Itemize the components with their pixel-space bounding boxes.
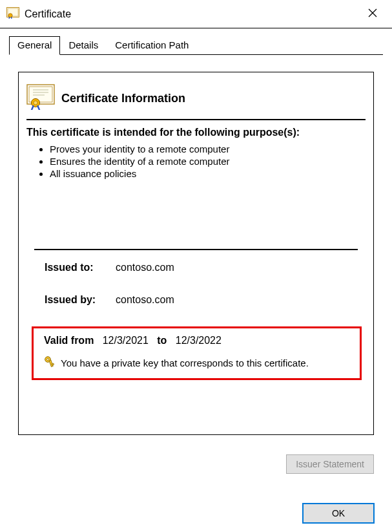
issued-to-row: Issued to: contoso.com <box>45 262 358 273</box>
titlebar: Certificate <box>0 0 392 28</box>
issued-to-label: Issued to: <box>45 262 109 273</box>
private-key-note: You have a private key that corresponds … <box>61 357 309 368</box>
tab-general[interactable]: General <box>9 36 60 55</box>
issued-by-label: Issued by: <box>45 294 109 306</box>
issued-to-value: contoso.com <box>116 262 174 273</box>
purpose-item: Proves your identity to a remote compute… <box>50 144 366 154</box>
valid-from-value: 12/3/2021 <box>103 335 149 346</box>
ok-button-label: OK <box>332 508 345 518</box>
divider-middle <box>34 249 358 250</box>
certificate-large-icon <box>26 84 55 112</box>
key-icon <box>44 356 56 370</box>
window-title: Certificate <box>25 8 71 20</box>
issued-block: Issued to: contoso.com Issued by: contos… <box>45 262 358 306</box>
issuer-statement-label: Issuer Statement <box>296 459 364 469</box>
cert-info-header: Certificate Information <box>19 72 373 119</box>
certificate-dialog: Certificate General Details Certificatio… <box>0 0 392 532</box>
svg-point-13 <box>46 358 48 360</box>
purpose-item: All issuance policies <box>50 168 366 179</box>
tab-certification-path[interactable]: Certification Path <box>107 36 197 54</box>
titlebar-left: Certificate <box>6 7 71 21</box>
valid-to-value: 12/3/2022 <box>176 335 222 346</box>
private-key-row: You have a private key that corresponds … <box>44 356 353 370</box>
issued-by-row: Issued by: contoso.com <box>45 294 358 306</box>
highlight-annotation: Valid from 12/3/2021 to 12/3/2022 <box>32 326 362 380</box>
valid-from-label: Valid from <box>44 335 94 346</box>
purpose-list: Proves your identity to a remote compute… <box>50 144 366 179</box>
tab-certpath-label: Certification Path <box>115 39 189 50</box>
general-panel: Certificate Information This certificate… <box>18 72 374 435</box>
certificate-icon <box>6 7 19 21</box>
issued-by-value: contoso.com <box>116 294 174 306</box>
panel-button-row: Issuer Statement <box>18 454 374 474</box>
close-icon <box>368 8 377 20</box>
purpose-heading: This certificate is intended for the fol… <box>26 127 366 138</box>
svg-rect-15 <box>52 363 54 365</box>
dialog-button-row: OK <box>303 504 374 523</box>
divider-top <box>26 119 366 120</box>
validity-row: Valid from 12/3/2021 to 12/3/2022 <box>44 335 353 346</box>
valid-to-label: to <box>157 335 167 346</box>
svg-point-2 <box>8 13 12 17</box>
ok-button[interactable]: OK <box>303 504 374 523</box>
tab-bar: General Details Certification Path <box>9 36 383 55</box>
tab-details[interactable]: Details <box>60 36 107 54</box>
tab-general-label: General <box>17 39 52 50</box>
issuer-statement-button[interactable]: Issuer Statement <box>286 454 374 474</box>
close-button[interactable] <box>360 5 386 24</box>
cert-info-title: Certificate Information <box>61 92 185 105</box>
purpose-item: Ensures the identity of a remote compute… <box>50 156 366 167</box>
tab-details-label: Details <box>68 39 98 50</box>
svg-point-11 <box>34 101 37 105</box>
